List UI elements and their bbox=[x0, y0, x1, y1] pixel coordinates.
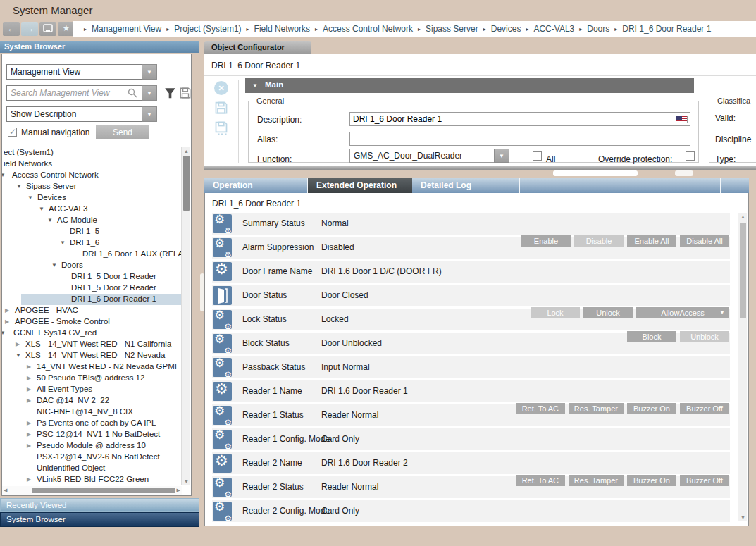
recently-viewed-bar[interactable]: Recently Viewed bbox=[0, 498, 199, 512]
collapse-icon[interactable]: ▼ bbox=[252, 82, 258, 89]
tree-item[interactable]: ▼Devices bbox=[2, 192, 182, 204]
scrollbar-thumb[interactable] bbox=[740, 223, 746, 318]
expand-icon[interactable]: ▶ bbox=[27, 476, 31, 484]
tree-item[interactable]: ▼Doors bbox=[2, 260, 182, 271]
collapse-icon[interactable]: ▼ bbox=[51, 261, 57, 270]
breadcrumb-item[interactable]: Access Control Network bbox=[323, 24, 413, 34]
horizontal-scrollbar[interactable] bbox=[204, 170, 756, 178]
favorite-icon[interactable]: ★ bbox=[58, 22, 75, 36]
breadcrumb-item[interactable]: Field Networks bbox=[254, 24, 310, 34]
collapse-icon[interactable]: ▼ bbox=[39, 205, 44, 213]
tree-item[interactable]: DRI 1_6 Door 1 AUX (RELAY 2) bbox=[2, 249, 182, 260]
breadcrumb-item[interactable]: DRI 1_6 Door Reader 1 bbox=[622, 24, 711, 34]
tree-item[interactable]: ▶APOGEE - HVAC bbox=[2, 305, 182, 316]
tree-item[interactable]: ▼Sipass Server bbox=[2, 181, 182, 192]
scroll-left-icon[interactable]: ◀ bbox=[4, 488, 7, 493]
buzzer-on-button[interactable]: Buzzer On bbox=[627, 403, 676, 414]
breadcrumb-item[interactable]: Management View bbox=[92, 24, 161, 34]
tree-item[interactable]: ▶PSC-12@14_NV1-1 No BatDetect bbox=[2, 429, 182, 440]
buzzer-off-button[interactable]: Buzzer Off bbox=[680, 403, 729, 414]
collapse-icon[interactable]: ▼ bbox=[16, 352, 21, 360]
alias-field[interactable] bbox=[349, 132, 690, 146]
block-button[interactable]: Block bbox=[627, 331, 676, 342]
scrollbar-thumb[interactable] bbox=[675, 170, 693, 176]
scroll-down-icon[interactable]: ▼ bbox=[740, 515, 745, 520]
enable-all-button[interactable]: Enable All bbox=[627, 235, 676, 247]
tree-item[interactable]: ▶All Event Types bbox=[2, 384, 182, 395]
collapse-icon[interactable]: ▼ bbox=[16, 182, 22, 191]
scrollbar-thumb[interactable] bbox=[32, 488, 175, 493]
object-configurator-tab[interactable]: Object Configurator bbox=[204, 41, 311, 54]
scroll-up-icon[interactable]: ▲ bbox=[184, 149, 189, 154]
scroll-up-icon[interactable]: ▲ bbox=[740, 214, 745, 219]
enable-button[interactable]: Enable bbox=[521, 235, 571, 247]
tree-item[interactable]: DRI 1_6 Door Reader 1 bbox=[2, 294, 182, 305]
scroll-right-icon[interactable]: ▶ bbox=[177, 488, 180, 493]
expand-icon[interactable]: ▶ bbox=[27, 374, 31, 383]
override-protection-checkbox[interactable] bbox=[686, 151, 695, 161]
breadcrumb-item[interactable]: Doors bbox=[587, 24, 609, 34]
view-select[interactable]: Management View ▼ bbox=[6, 64, 157, 80]
tree-item[interactable]: ▶DAC @14_NV 2_22 bbox=[2, 395, 182, 407]
tree-item[interactable]: DRI 1_5 bbox=[2, 226, 182, 237]
expand-icon[interactable]: ▶ bbox=[27, 419, 31, 428]
search-input[interactable] bbox=[6, 85, 142, 101]
tree-item[interactable]: ▶XLS - 14_VNT West RED - N1 California bbox=[2, 339, 182, 350]
tree-item[interactable]: ▶Ps Events one of each by CA IPL bbox=[2, 418, 182, 429]
display-mode-select[interactable]: Show Description ▼ bbox=[6, 106, 157, 122]
expand-icon[interactable]: ▶ bbox=[5, 306, 9, 315]
tree-item[interactable]: ▶14_VNT West RED - N2 Nevada GPMI bbox=[2, 361, 182, 373]
tree-item[interactable]: ▶VLink5-RED-Bld-FCC22 Green bbox=[2, 474, 182, 485]
tree-item[interactable]: ▼Access Control Network bbox=[2, 170, 182, 181]
breadcrumb-item[interactable]: Sipass Server bbox=[426, 24, 478, 34]
all-checkbox[interactable] bbox=[533, 151, 542, 161]
buzzer-on-button[interactable]: Buzzer On bbox=[627, 475, 676, 486]
system-browser-bar[interactable]: System Browser bbox=[0, 512, 199, 527]
tree-item[interactable]: ▶APOGEE - Smoke Control bbox=[2, 316, 182, 328]
expand-icon[interactable]: ▶ bbox=[5, 318, 9, 326]
expand-icon[interactable]: ▶ bbox=[27, 430, 31, 439]
breadcrumb-item[interactable]: ACC-VAL3 bbox=[533, 24, 574, 34]
properties-vertical-scrollbar[interactable]: ▲ ▼ bbox=[738, 213, 747, 521]
chevron-down-icon[interactable]: ▼ bbox=[142, 64, 157, 80]
close-icon[interactable]: ✕ bbox=[214, 81, 228, 95]
expand-icon[interactable]: ▶ bbox=[27, 385, 31, 394]
collapse-icon[interactable]: ▼ bbox=[2, 329, 6, 337]
tree-item[interactable]: ▼XLS - 14_VNT West RED - N2 Nevada bbox=[2, 350, 182, 361]
main-section-header[interactable]: ▼ Main bbox=[245, 78, 694, 93]
collapse-icon[interactable]: ▼ bbox=[47, 216, 53, 225]
expand-icon[interactable]: ▶ bbox=[27, 442, 31, 450]
scrollbar-thumb[interactable] bbox=[553, 170, 638, 176]
breadcrumb-item[interactable]: Project (System1) bbox=[174, 24, 241, 34]
function-select[interactable]: GMS_AC_Door_DualReader ▼ bbox=[349, 149, 509, 163]
filter-icon[interactable] bbox=[164, 87, 176, 99]
back-icon[interactable]: ← bbox=[3, 22, 20, 36]
forward-icon[interactable]: → bbox=[21, 22, 38, 36]
res-tamper-button[interactable]: Res. Tamper bbox=[569, 475, 624, 486]
chevron-down-icon[interactable]: ▼ bbox=[494, 149, 509, 163]
save-as-icon[interactable] bbox=[214, 120, 228, 135]
tree-item[interactable]: ect (System1) bbox=[2, 147, 182, 159]
expand-icon[interactable]: ▶ bbox=[16, 340, 20, 349]
save-filter-icon[interactable] bbox=[179, 87, 192, 99]
buzzer-off-button[interactable]: Buzzer Off bbox=[680, 475, 729, 486]
description-field[interactable] bbox=[349, 112, 690, 126]
tree-item[interactable]: ▼AC Module bbox=[2, 215, 182, 226]
ret-to-ac-button[interactable]: Ret. To AC bbox=[516, 403, 565, 414]
scrollbar-thumb[interactable] bbox=[183, 156, 190, 211]
disable-all-button[interactable]: Disable All bbox=[680, 235, 729, 247]
collapse-icon[interactable]: ▼ bbox=[60, 239, 66, 247]
expand-icon[interactable]: ▶ bbox=[27, 397, 31, 405]
save-icon[interactable] bbox=[214, 101, 228, 115]
tab-operation[interactable]: Operation bbox=[204, 178, 308, 193]
breadcrumb-item[interactable]: Devices bbox=[491, 24, 521, 34]
tree-item[interactable]: DRI 1_5 Door 1 Reader bbox=[2, 271, 182, 283]
expand-icon[interactable]: ▶ bbox=[27, 363, 31, 371]
tree-horizontal-scrollbar[interactable]: ◀ ▶ bbox=[2, 486, 182, 495]
language-flag-icon[interactable] bbox=[676, 116, 688, 123]
ret-to-ac-button[interactable]: Ret. To AC bbox=[516, 475, 565, 486]
manual-navigation-checkbox[interactable] bbox=[8, 128, 17, 137]
tab-extended-operation[interactable]: Extended Operation bbox=[308, 178, 412, 193]
tree-item[interactable]: ▼DRI 1_6 bbox=[2, 237, 182, 249]
tree-item[interactable]: PSX-12@14_NV2-6 No BatDetect bbox=[2, 452, 182, 463]
